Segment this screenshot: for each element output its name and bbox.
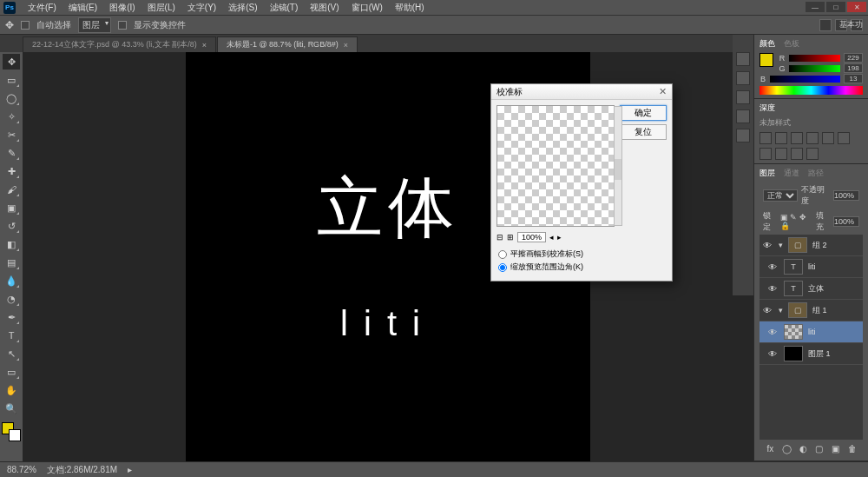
layer-group[interactable]: 👁▾▢组 1 xyxy=(760,300,863,321)
group-icon[interactable]: ▢ xyxy=(814,442,825,454)
swatches-tab[interactable]: 色板 xyxy=(784,38,799,50)
panel-icon[interactable] xyxy=(736,129,750,142)
color-tab[interactable]: 颜色 xyxy=(760,38,775,50)
b-value[interactable]: 13 xyxy=(844,74,863,83)
fx-icon[interactable]: fx xyxy=(765,442,776,454)
b-slider[interactable] xyxy=(770,76,840,83)
visibility-icon[interactable]: 👁 xyxy=(768,262,779,272)
pen-tool[interactable]: ✒ xyxy=(3,309,20,325)
menu-layer[interactable]: 图层(L) xyxy=(148,2,175,14)
g-value[interactable]: 198 xyxy=(844,63,863,73)
layer-text[interactable]: 👁Tliti xyxy=(760,256,863,278)
g-slider[interactable] xyxy=(789,65,840,72)
marquee-tool[interactable]: ▭ xyxy=(3,72,20,88)
style-swatch[interactable] xyxy=(806,148,819,160)
ok-button[interactable]: 确定 xyxy=(620,105,667,121)
style-swatch[interactable] xyxy=(791,132,803,144)
auto-select-mode[interactable]: 图层 xyxy=(78,17,111,33)
stamp-tool[interactable]: ▣ xyxy=(3,200,20,215)
visibility-icon[interactable]: 👁 xyxy=(768,349,779,359)
type-tool[interactable]: T xyxy=(3,328,20,343)
channels-tab[interactable]: 通道 xyxy=(784,168,799,179)
visibility-icon[interactable]: 👁 xyxy=(768,328,779,337)
lasso-tool[interactable]: ◯ xyxy=(3,90,20,106)
visibility-icon[interactable]: 👁 xyxy=(763,306,773,315)
close-icon[interactable]: × xyxy=(202,41,207,50)
panel-icon[interactable] xyxy=(736,109,750,123)
dialog-preview[interactable] xyxy=(496,105,615,227)
menu-filter[interactable]: 滤镜(T) xyxy=(270,2,299,14)
zoom-tool[interactable]: 🔍 xyxy=(3,401,20,416)
menu-type[interactable]: 文字(Y) xyxy=(187,2,216,14)
heal-tool[interactable]: ✚ xyxy=(3,163,20,179)
reset-button[interactable]: 复位 xyxy=(620,124,667,140)
color-spectrum[interactable] xyxy=(760,86,863,95)
preview-scrollbar[interactable] xyxy=(614,106,622,226)
menu-view[interactable]: 视图(V) xyxy=(310,2,339,14)
blend-mode-select[interactable]: 正常 xyxy=(763,189,798,202)
style-swatch[interactable] xyxy=(760,148,772,160)
maximize-button[interactable]: □ xyxy=(826,2,845,12)
style-swatch[interactable] xyxy=(775,148,787,160)
blur-tool[interactable]: 💧 xyxy=(3,273,20,288)
style-swatch[interactable] xyxy=(838,132,850,144)
visibility-icon[interactable]: 👁 xyxy=(768,284,779,294)
document-tab-active[interactable]: 未标题-1 @ 88.7% (liti, RGB/8#)× xyxy=(217,36,358,52)
wand-tool[interactable]: ✧ xyxy=(3,109,20,124)
r-slider[interactable] xyxy=(789,55,840,62)
path-tool[interactable]: ↖ xyxy=(3,346,20,361)
menu-file[interactable]: 文件(F) xyxy=(28,2,56,14)
zoom-out-icon[interactable]: ⊟ xyxy=(496,233,503,242)
crop-tool[interactable]: ✂ xyxy=(3,127,20,142)
adjustment-icon[interactable]: ◐ xyxy=(798,442,809,454)
history-brush-tool[interactable]: ↺ xyxy=(3,218,20,234)
radio-option-2[interactable]: 缩放预览范围边角(K) xyxy=(498,261,665,274)
doc-info[interactable]: 文档:2.86M/2.81M xyxy=(47,464,117,476)
zoom-level[interactable]: 88.72% xyxy=(7,465,36,474)
menu-select[interactable]: 选择(S) xyxy=(228,2,257,14)
eraser-tool[interactable]: ◧ xyxy=(3,236,20,252)
eyedropper-tool[interactable]: ✎ xyxy=(3,145,20,161)
visibility-icon[interactable]: 👁 xyxy=(763,241,773,250)
style-swatch[interactable] xyxy=(791,148,803,160)
workspace-menu[interactable]: 基本功 xyxy=(839,19,863,30)
menu-edit[interactable]: 编辑(E) xyxy=(69,2,97,14)
style-swatch[interactable] xyxy=(775,132,787,144)
zoom-in-icon[interactable]: ⊞ xyxy=(507,233,514,242)
r-value[interactable]: 229 xyxy=(844,53,863,63)
dodge-tool[interactable]: ◔ xyxy=(3,291,20,307)
menu-window[interactable]: 窗口(W) xyxy=(352,2,383,14)
hand-tool[interactable]: ✋ xyxy=(3,382,20,398)
minimize-button[interactable]: ― xyxy=(806,2,825,12)
opacity-input[interactable] xyxy=(833,190,859,201)
trash-icon[interactable]: 🗑 xyxy=(846,442,858,454)
paths-tab[interactable]: 路径 xyxy=(808,168,824,179)
menu-help[interactable]: 帮助(H) xyxy=(395,2,424,14)
brush-tool[interactable]: 🖌 xyxy=(3,182,20,197)
panel-icon[interactable] xyxy=(736,90,750,104)
radio-option-1[interactable]: 平擦画幅到校准标(S) xyxy=(498,248,665,261)
shape-tool[interactable]: ▭ xyxy=(3,364,20,380)
show-transform-checkbox[interactable] xyxy=(118,21,127,30)
layer-item[interactable]: 👁图层 1 xyxy=(760,343,863,365)
preview-zoom[interactable]: 100% xyxy=(517,232,546,242)
layer-group[interactable]: 👁▾▢组 2 xyxy=(760,235,863,256)
panel-icon[interactable] xyxy=(736,71,750,85)
close-button[interactable]: ✕ xyxy=(847,2,866,12)
layer-selected[interactable]: 👁liti xyxy=(760,321,863,343)
auto-select-checkbox[interactable] xyxy=(21,21,30,30)
styles-tab[interactable]: 深度 xyxy=(760,103,775,114)
foreground-swatch[interactable] xyxy=(760,53,773,67)
move-tool[interactable]: ✥ xyxy=(3,54,20,70)
layers-tab[interactable]: 图层 xyxy=(760,168,775,179)
new-layer-icon[interactable]: ▣ xyxy=(830,442,841,454)
dialog-title-bar[interactable]: 校准标 ✕ xyxy=(491,84,672,100)
close-icon[interactable]: × xyxy=(344,41,348,50)
document-tab[interactable]: 22-12-14立体文字.psd @ 43.3% (li,文本 副本/8)× xyxy=(23,36,216,52)
style-swatch[interactable] xyxy=(806,132,819,144)
dialog-close-icon[interactable]: ✕ xyxy=(659,86,667,97)
gradient-tool[interactable]: ▤ xyxy=(3,255,20,270)
color-swatches[interactable] xyxy=(2,422,21,441)
style-swatch[interactable] xyxy=(760,132,772,144)
mask-icon[interactable]: ◯ xyxy=(781,442,792,454)
